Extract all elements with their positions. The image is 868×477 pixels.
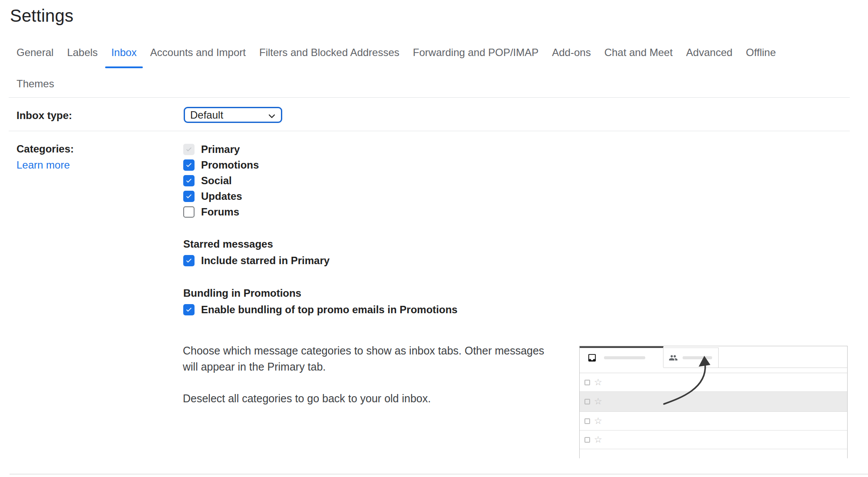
tab-themes[interactable]: Themes [17,77,54,90]
bottom-divider [10,474,868,475]
chevron-down-icon [267,111,277,124]
checkbox-outline-icon [584,418,590,424]
illustration-social-tab [664,348,719,368]
description-line-1: Choose which message categories to show … [183,343,544,359]
category-label-social: Social [201,175,232,187]
include-starred-row: Include starred in Primary [183,255,330,266]
checkbox-outline-icon [584,399,590,404]
page-title: Settings [10,6,73,26]
checkbox-outline-icon [584,380,590,385]
inbox-icon [587,353,597,363]
enable-bundling-row: Enable bundling of top promo emails in P… [183,304,458,315]
inbox-tabs-illustration: ☆ ☆ ☆ ☆ [579,346,848,458]
description-line-2: will appear in the Primary tab. [183,359,544,375]
people-icon [669,353,678,362]
bundling-heading: Bundling in Promotions [183,287,301,299]
illustration-email-row: ☆ [580,431,847,449]
settings-tab-bar-row2: Themes [17,77,54,90]
tab-strip-line [663,368,847,368]
gmail-settings-page: Settings General Labels Inbox Accounts a… [0,0,868,477]
illustration-email-row: ☆ [580,412,847,431]
star-icon: ☆ [594,418,602,424]
category-label-promotions: Promotions [201,159,259,171]
tab-filters-and-blocked-addresses[interactable]: Filters and Blocked Addresses [259,46,399,59]
category-row-updates: Updates [183,191,259,202]
starred-messages-heading: Starred messages [183,238,273,250]
tab-chat-and-meet[interactable]: Chat and Meet [604,46,673,59]
category-label-forums: Forums [201,206,239,218]
illustration-empty-row [580,449,847,458]
categories-checkbox-list: Primary Promotions Social Updates Forums [183,144,259,218]
category-row-primary: Primary [183,144,259,155]
inbox-type-select[interactable]: Default [184,107,282,123]
tab-labels[interactable]: Labels [67,46,98,59]
include-starred-label: Include starred in Primary [201,255,330,267]
tab-general[interactable]: General [17,46,53,59]
learn-more-link[interactable]: Learn more [17,159,70,171]
category-label-updates: Updates [201,190,242,202]
description-line-3: Deselect all categories to go back to yo… [183,391,431,407]
star-icon: ☆ [594,380,602,385]
star-icon: ☆ [594,437,602,443]
star-icon: ☆ [594,399,602,404]
inbox-type-selected-value: Default [190,109,223,121]
category-label-primary: Primary [201,143,240,156]
primary-checkbox [183,144,195,155]
tab-inbox[interactable]: Inbox [111,46,137,59]
deselect-description: Deselect all categories to go back to yo… [183,391,431,407]
enable-bundling-checkbox[interactable] [183,304,195,315]
settings-tab-bar: General Labels Inbox Accounts and Import… [17,46,776,59]
updates-checkbox[interactable] [183,191,195,202]
enable-bundling-label: Enable bundling of top promo emails in P… [201,304,458,316]
include-starred-checkbox[interactable] [183,255,195,266]
categories-description: Choose which message categories to show … [183,343,544,375]
illustration-email-row: ☆ [580,373,847,392]
category-row-promotions: Promotions [183,159,259,171]
category-row-forums: Forums [183,206,259,218]
tab-label-placeholder [604,356,645,359]
promotions-checkbox[interactable] [183,159,195,171]
tab-forwarding-and-pop-imap[interactable]: Forwarding and POP/IMAP [413,46,538,59]
illustration-email-list: ☆ ☆ ☆ ☆ [580,373,847,458]
tab-label-placeholder [683,356,712,359]
forums-checkbox[interactable] [183,206,195,218]
tab-offline[interactable]: Offline [746,46,776,59]
tab-add-ons[interactable]: Add-ons [552,46,591,59]
illustration-inbox-tab [580,346,663,368]
divider-below-tabs [9,97,850,98]
divider-below-inbox-type [9,131,850,131]
category-row-social: Social [183,175,259,186]
tab-accounts-and-import[interactable]: Accounts and Import [150,46,246,59]
checkbox-outline-icon [584,437,590,443]
categories-label: Categories: [17,143,74,155]
tab-advanced[interactable]: Advanced [686,46,733,59]
illustration-email-row-highlighted: ☆ [580,392,847,412]
social-checkbox[interactable] [183,175,195,186]
inbox-type-label: Inbox type: [17,109,72,122]
